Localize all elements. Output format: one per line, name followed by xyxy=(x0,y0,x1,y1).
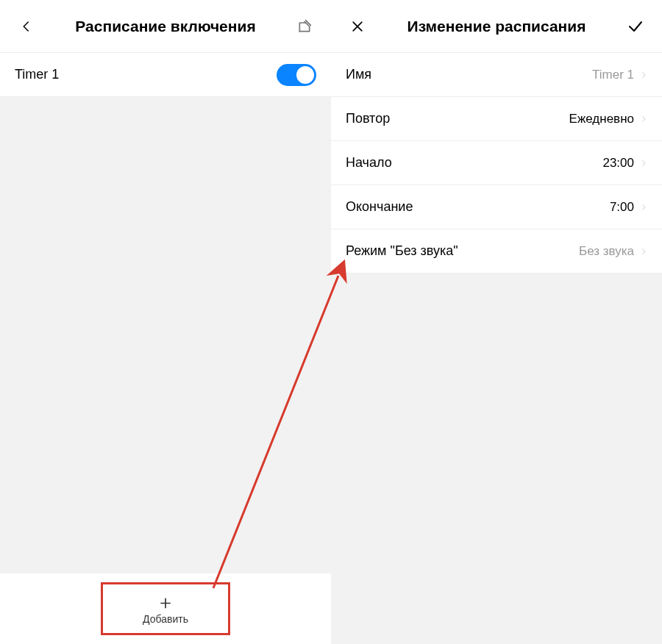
schedule-list-screen: Расписание включения Timer 1 ＋ xyxy=(0,0,331,644)
confirm-icon[interactable] xyxy=(622,13,649,40)
timer-list: Timer 1 xyxy=(0,53,331,97)
start-row[interactable]: Начало 23:00 xyxy=(331,141,662,185)
left-title: Расписание включения xyxy=(40,18,291,35)
repeat-value: Ежедневно xyxy=(569,112,634,126)
plus-icon: ＋ xyxy=(156,593,175,612)
timer-row[interactable]: Timer 1 xyxy=(0,53,331,97)
right-title: Изменение расписания xyxy=(371,18,622,35)
timer-toggle[interactable] xyxy=(277,64,316,86)
chevron-right-icon xyxy=(640,113,647,125)
timer-row-label: Timer 1 xyxy=(15,67,277,82)
start-label: Начало xyxy=(346,155,602,171)
end-row[interactable]: Окончание 7:00 xyxy=(331,185,662,229)
repeat-label: Повтор xyxy=(346,111,569,126)
close-icon[interactable] xyxy=(344,13,371,40)
add-button[interactable]: ＋ Добавить xyxy=(101,582,230,635)
name-value: Timer 1 xyxy=(592,68,634,82)
chevron-right-icon xyxy=(640,69,647,81)
edit-list: Имя Timer 1 Повтор Ежедневно Начало 23:0… xyxy=(331,53,662,273)
schedule-edit-screen: Изменение расписания Имя Timer 1 Повтор … xyxy=(331,0,662,644)
left-header: Расписание включения xyxy=(0,0,331,53)
left-empty-area xyxy=(0,97,331,573)
chevron-right-icon xyxy=(640,157,647,169)
repeat-row[interactable]: Повтор Ежедневно xyxy=(331,97,662,141)
silent-row[interactable]: Режим "Без звука" Без звука xyxy=(331,229,662,273)
silent-label: Режим "Без звука" xyxy=(346,243,579,259)
edit-icon[interactable] xyxy=(291,13,318,40)
right-header: Изменение расписания xyxy=(331,0,662,53)
toggle-knob xyxy=(296,66,314,84)
left-footer: ＋ Добавить xyxy=(0,573,331,644)
back-icon[interactable] xyxy=(13,13,40,40)
end-value: 7:00 xyxy=(610,200,634,215)
start-value: 23:00 xyxy=(602,156,634,171)
chevron-right-icon xyxy=(640,201,647,213)
silent-value: Без звука xyxy=(579,244,634,259)
right-empty-area xyxy=(331,273,662,644)
chevron-right-icon xyxy=(640,246,647,257)
add-button-label: Добавить xyxy=(143,613,188,625)
name-label: Имя xyxy=(346,67,592,82)
name-row[interactable]: Имя Timer 1 xyxy=(331,53,662,97)
end-label: Окончание xyxy=(346,199,610,215)
